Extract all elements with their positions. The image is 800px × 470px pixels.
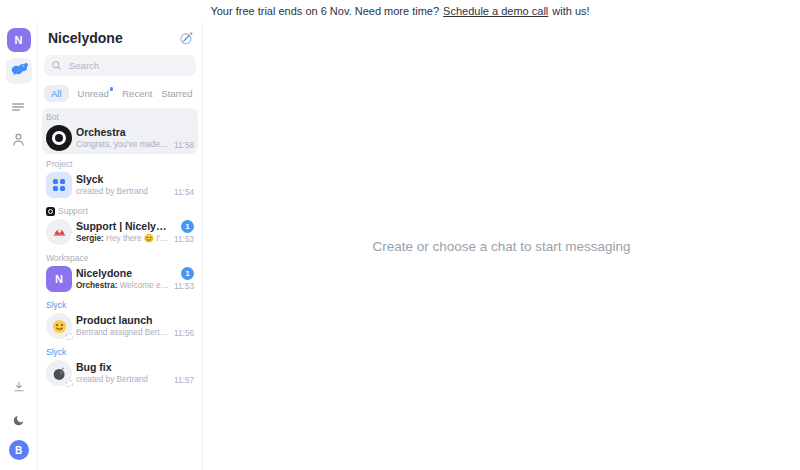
tab-starred[interactable]: Starred bbox=[161, 88, 192, 99]
trial-banner: Your free trial ends on 6 Nov. Need more… bbox=[0, 0, 800, 22]
orchestra-logo-avatar bbox=[46, 125, 72, 151]
chat-time: 11:56 bbox=[174, 329, 194, 338]
trial-banner-text: Your free trial ends on 6 Nov. Need more… bbox=[210, 5, 439, 17]
new-chat-button[interactable] bbox=[179, 31, 194, 46]
assignee-slot-icon bbox=[66, 380, 73, 387]
chat-subtitle: Orchestra: Welcome everyone... bbox=[76, 280, 170, 292]
chat-time: 11:57 bbox=[174, 376, 194, 385]
tab-recent[interactable]: Recent bbox=[122, 88, 152, 99]
section-slyck-product: Slyck Product launch Bertrand assig bbox=[42, 296, 198, 342]
workspace-avatar[interactable]: N bbox=[7, 28, 31, 52]
panel-header: Nicelydone bbox=[42, 30, 198, 46]
schedule-demo-link[interactable]: Schedule a demo call bbox=[443, 5, 548, 17]
chat-time: 11:54 bbox=[174, 188, 194, 197]
chat-list-panel: Nicelydone All Unread Recent Starred bbox=[38, 22, 203, 470]
unread-indicator-dot bbox=[110, 87, 114, 91]
chat-title: Slyck bbox=[76, 173, 170, 186]
chat-item-product-launch[interactable]: Product launch Bertrand assigned Bertran… bbox=[46, 313, 194, 339]
empty-state-text: Create or choose a chat to start messagi… bbox=[372, 239, 630, 254]
assignee-slot-icon bbox=[66, 333, 73, 340]
left-rail: N bbox=[0, 22, 38, 470]
tab-unread[interactable]: Unread bbox=[78, 88, 114, 99]
unread-badge: 1 bbox=[181, 220, 194, 233]
nicelydone-avatar: N bbox=[46, 266, 72, 292]
dark-mode-toggle[interactable] bbox=[8, 410, 30, 428]
search-input[interactable] bbox=[67, 59, 189, 72]
section-project: Project Slyck created by Bertrand 11:54 bbox=[42, 155, 198, 201]
trial-banner-text-after: with us! bbox=[552, 5, 589, 17]
chat-title: Support | Nicelydone bbox=[76, 220, 170, 233]
bomb-emoji-avatar bbox=[46, 360, 72, 386]
workspace-title: Nicelydone bbox=[48, 30, 123, 46]
app-content: N bbox=[0, 22, 800, 470]
section-workspace: Workspace N Nicelydone Orchestra: Welcom… bbox=[42, 249, 198, 295]
chat-subtitle: created by Bertrand bbox=[76, 374, 170, 386]
chat-title: Nicelydone bbox=[76, 267, 170, 280]
support-workspace-icon bbox=[46, 207, 55, 216]
chat-item-orchestra[interactable]: Orchestra Congrats, you've made it this … bbox=[46, 125, 194, 151]
section-label: Bot bbox=[46, 112, 194, 122]
chats-nav-button[interactable] bbox=[6, 58, 32, 84]
section-support: Support Support | Nicelydone Sergie: He bbox=[42, 202, 198, 248]
chat-item-slyck[interactable]: Slyck created by Bertrand 11:54 bbox=[46, 172, 194, 198]
search-bar[interactable] bbox=[44, 55, 196, 76]
chat-time: 11:53 bbox=[174, 235, 194, 244]
smiley-emoji-avatar bbox=[46, 313, 72, 339]
section-bot: Bot Orchestra Congrats, you've made it t… bbox=[42, 108, 198, 154]
chat-time: 11:53 bbox=[174, 282, 194, 291]
moon-icon bbox=[12, 413, 25, 426]
tab-all[interactable]: All bbox=[44, 85, 69, 102]
list-menu-icon bbox=[12, 101, 25, 112]
chat-subtitle: created by Bertrand bbox=[76, 186, 170, 198]
download-button[interactable] bbox=[8, 378, 30, 396]
chat-title: Orchestra bbox=[76, 126, 170, 139]
section-slyck-bug: Slyck Bug fix created by Bertrand bbox=[42, 343, 198, 389]
chat-time: 11:58 bbox=[174, 141, 194, 150]
contacts-nav-button[interactable] bbox=[8, 130, 30, 148]
chat-subtitle: Bertrand assigned Bertrand bbox=[76, 327, 170, 339]
search-icon bbox=[51, 60, 62, 71]
section-label: Slyck bbox=[46, 300, 194, 310]
section-label: Workspace bbox=[46, 253, 194, 263]
chats-notification-dot bbox=[24, 63, 28, 67]
person-icon bbox=[10, 131, 27, 148]
chat-title: Product launch bbox=[76, 314, 170, 327]
chat-title: Bug fix bbox=[76, 361, 170, 374]
section-label: Slyck bbox=[46, 347, 194, 357]
section-label: Project bbox=[46, 159, 194, 169]
helmet-emoji-avatar bbox=[46, 219, 72, 245]
chat-item-nicelydone[interactable]: N Nicelydone Orchestra: Welcome everyone… bbox=[46, 266, 194, 292]
slyck-logo-avatar bbox=[46, 172, 72, 198]
chat-item-support[interactable]: Support | Nicelydone Sergie: Hey there 😊… bbox=[46, 219, 194, 245]
chat-list: Bot Orchestra Congrats, you've made it t… bbox=[42, 108, 198, 390]
chat-subtitle: Congrats, you've made it this ... bbox=[76, 139, 170, 151]
download-icon bbox=[12, 380, 26, 394]
user-avatar[interactable]: B bbox=[9, 440, 29, 460]
chat-item-bug-fix[interactable]: Bug fix created by Bertrand 11:57 bbox=[46, 360, 194, 386]
filter-tabs: All Unread Recent Starred Favorites bbox=[44, 85, 196, 102]
chat-subtitle: Sergie: Hey there 😊 I'm Sergi... bbox=[76, 233, 170, 245]
section-label: Support bbox=[46, 206, 194, 216]
main-area: Create or choose a chat to start messagi… bbox=[203, 22, 800, 470]
lists-nav-button[interactable] bbox=[8, 98, 30, 116]
unread-badge: 1 bbox=[181, 267, 194, 280]
